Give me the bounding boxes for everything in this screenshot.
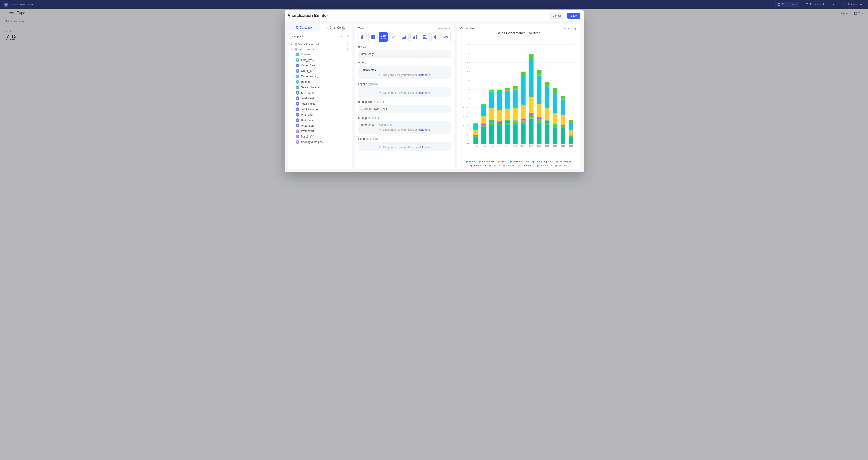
pointer-icon <box>378 146 382 149</box>
svg-text:2019: 2019 <box>545 145 549 147</box>
search-icon[interactable] <box>346 35 349 38</box>
svg-rect-103 <box>505 125 509 144</box>
click-here-link[interactable]: click here <box>418 146 430 149</box>
svg-text:2.20B: 2.20B <box>465 44 470 46</box>
svg-rect-56 <box>473 135 478 136</box>
column-row[interactable]: ƒProfit VND <box>289 128 350 134</box>
row-menu-icon[interactable]: ⋮ <box>346 43 349 45</box>
chart-type-area[interactable] <box>400 32 409 42</box>
column-row[interactable]: TOrder_Priority <box>289 74 350 79</box>
click-here-link[interactable]: click here <box>418 73 430 77</box>
column-row[interactable]: #Order_ID <box>289 68 350 74</box>
chart-type-bar[interactable] <box>410 32 419 42</box>
svg-rect-131 <box>521 121 525 122</box>
svg-text:2010: 2010 <box>473 145 478 147</box>
legend-item[interactable]: Fruits <box>466 160 475 163</box>
svg-text:600.00M: 600.00M <box>463 116 470 118</box>
column-row[interactable]: #Total_Profit <box>289 101 350 106</box>
svg-rect-217 <box>569 124 573 124</box>
svg-rect-125 <box>513 90 517 108</box>
legend-item[interactable]: Personal Care <box>510 160 529 163</box>
chart-type-column[interactable] <box>358 32 367 42</box>
column-row[interactable]: #Total_Cost <box>289 96 350 101</box>
legend-item[interactable]: Clothes <box>503 164 515 167</box>
column-row[interactable]: TItem_Type <box>289 57 350 63</box>
chart-type-candlestick[interactable] <box>431 32 440 42</box>
svg-rect-88 <box>489 90 493 92</box>
svg-text:800.00M: 800.00M <box>463 107 470 109</box>
svg-rect-184 <box>553 125 557 126</box>
svg-rect-132 <box>521 121 525 121</box>
legend-item[interactable]: Cereal <box>489 164 500 167</box>
row-menu-icon[interactable]: ⋮ <box>346 48 349 51</box>
column-name: Units_Sold <box>301 124 314 127</box>
chart-type-table[interactable] <box>368 32 377 42</box>
column-row[interactable]: #Units_Sold <box>289 123 350 128</box>
legend-item[interactable]: Snacks <box>555 164 567 167</box>
legend-item[interactable]: Vegetables <box>478 160 494 163</box>
svg-rect-105 <box>505 123 509 123</box>
tab-chart-control[interactable]: Chart Control <box>320 24 352 31</box>
svg-rect-148 <box>529 113 533 114</box>
pointer-icon <box>378 128 382 131</box>
legend-item[interactable]: Beverages <box>556 160 571 163</box>
svg-rect-147 <box>529 114 533 115</box>
svg-rect-86 <box>489 92 493 108</box>
x-axis-dropzone[interactable]: Time range <box>358 50 451 58</box>
legend-item[interactable]: Baby Food <box>470 164 486 167</box>
svg-rect-189 <box>553 113 557 124</box>
chart-type-hbar[interactable] <box>421 32 430 42</box>
column-row[interactable]: #Unit_Cost <box>289 112 350 118</box>
svg-rect-139 <box>521 76 525 76</box>
svg-rect-73 <box>481 105 486 116</box>
column-row[interactable]: DOrder_Date <box>289 63 350 68</box>
chevron-right-icon[interactable]: ▶ <box>291 43 293 45</box>
chart-type-line[interactable] <box>390 32 398 42</box>
database-select[interactable]: sampledb ▾ <box>290 33 344 40</box>
filters-dropzone[interactable]: Drag and drop your fields or click here <box>358 142 451 152</box>
column-row[interactable]: #Unit_Price <box>289 118 350 123</box>
click-here-link[interactable]: click here <box>418 91 430 94</box>
sorting-dropzone[interactable]: Time range Ascending Drag and drop your … <box>358 121 451 134</box>
legend-item[interactable]: Office Supplies <box>532 160 553 163</box>
table-row[interactable]: ▼▦sale_records⋮ <box>289 47 350 52</box>
column-row[interactable]: DShip_Date <box>289 90 350 96</box>
legend-dropzone[interactable]: Drag and drop your fields or click here <box>358 87 451 97</box>
svg-rect-210 <box>569 136 573 136</box>
chart-type-gauge[interactable] <box>442 32 451 42</box>
breakdown-dropzone[interactable]: Group By Item_Type <box>358 105 451 113</box>
column-row[interactable]: TCountry <box>289 52 350 57</box>
svg-text:2020: 2020 <box>553 145 557 147</box>
x-axis-label: X-Axis <box>358 45 451 49</box>
click-here-link[interactable]: click here <box>418 128 430 131</box>
svg-rect-68 <box>481 125 486 125</box>
column-row[interactable]: #Total_Revenue <box>289 106 350 112</box>
svg-rect-61 <box>473 124 478 124</box>
y-axis-dropzone[interactable]: Sales Metric Drag and drop your fields o… <box>358 66 451 79</box>
legend-item[interactable]: Cosmetics <box>518 164 533 167</box>
tab-database[interactable]: Database <box>288 24 320 31</box>
viz-settings-button[interactable]: Settings <box>564 27 577 30</box>
svg-rect-153 <box>529 54 533 59</box>
legend-item[interactable]: Meat <box>498 160 506 163</box>
svg-rect-162 <box>537 117 541 117</box>
view-all-types-link[interactable]: View all <box>438 27 451 30</box>
svg-rect-84 <box>489 120 493 120</box>
column-row[interactable]: ƒMargin (%) <box>289 134 350 139</box>
cancel-button[interactable]: Cancel <box>549 13 564 19</box>
column-row[interactable]: TRegion <box>289 79 350 85</box>
legend-item[interactable]: Household <box>536 164 552 167</box>
table-row[interactable]: ▶▦5m_sales_records⋮ <box>289 42 350 47</box>
svg-rect-77 <box>489 125 493 144</box>
column-row[interactable]: ƒCountry & Region <box>289 139 350 145</box>
chart-type-kpi[interactable]: 1.2M+4% <box>379 32 388 42</box>
chevron-down-icon[interactable]: ▼ <box>291 48 293 51</box>
svg-text:2015: 2015 <box>513 145 518 147</box>
svg-rect-207 <box>569 137 573 144</box>
svg-text:1.00B: 1.00B <box>465 98 470 100</box>
column-row[interactable]: TSales_Channel <box>289 85 350 90</box>
save-button[interactable]: Save <box>567 13 580 19</box>
svg-rect-160 <box>537 118 541 119</box>
column-name: Order_ID <box>301 69 312 72</box>
svg-rect-137 <box>521 105 525 118</box>
